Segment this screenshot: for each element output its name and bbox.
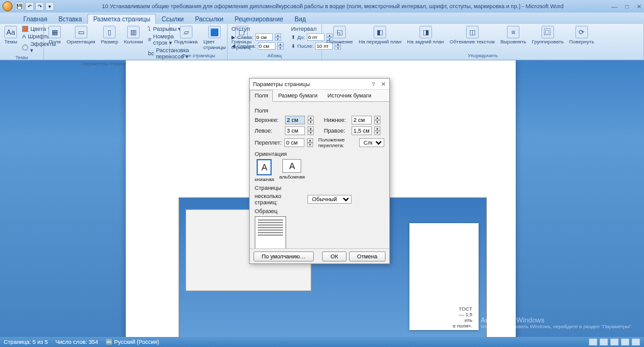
view-print-layout[interactable]	[589, 338, 597, 346]
landscape-icon: A	[282, 159, 301, 173]
dialog-body: Поля Верхнее: ▲▼ Нижнее: ▲▼ Левое: ▲▼ Пр…	[250, 102, 389, 268]
position-icon: ◱	[333, 26, 346, 38]
spacing-after-icon: ⬇	[291, 43, 296, 49]
status-page[interactable]: Страница: 5 из 5	[4, 339, 48, 345]
view-web[interactable]	[610, 338, 619, 346]
pages-section-label: Страницы	[255, 185, 384, 191]
watermark-button[interactable]: ▱Подложка	[172, 25, 199, 45]
page-setup-dialog: Параметры страницы ?✕ Поля Размер бумаги…	[249, 78, 390, 264]
margin-bottom-spinner[interactable]: ▲▼	[374, 116, 380, 124]
align-icon: ≡	[507, 26, 519, 38]
bring-front-button[interactable]: ◧На передний план	[357, 25, 403, 45]
tab-references[interactable]: Ссылки	[156, 14, 189, 24]
margin-top-row: Верхнее: ▲▼ Нижнее: ▲▼	[255, 116, 384, 124]
close-icon[interactable]: ✕	[636, 3, 641, 10]
text-wrap-icon: ◫	[466, 26, 479, 38]
dialog-tabs: Поля Размер бумаги Источник бумаги	[250, 90, 389, 102]
window-controls: — □ ✕	[611, 3, 641, 10]
gutter-pos-select[interactable]: Слева	[359, 138, 384, 147]
group-button[interactable]: ⿴Группировать	[530, 25, 566, 45]
indent-left-spinner[interactable]: ▲▼	[275, 33, 281, 41]
margin-bottom-input[interactable]	[352, 116, 372, 124]
tab-insert[interactable]: Вставка	[53, 14, 87, 24]
cancel-button[interactable]: Отмена	[349, 251, 386, 262]
portrait-icon: A	[257, 159, 272, 175]
orientation-button[interactable]: ▭Ориентация	[65, 25, 97, 45]
dialog-tab-source[interactable]: Источник бумаги	[323, 90, 377, 101]
ribbon: AaТемы Цвета ▾ AШрифты ▾ ◯Эффекты ▾ Темы…	[0, 24, 644, 60]
preview-section-label: Образец	[255, 208, 384, 214]
tab-review[interactable]: Рецензирование	[229, 14, 289, 24]
status-words[interactable]: Число слов: 354	[55, 339, 98, 345]
margin-top-spinner[interactable]: ▲▼	[308, 116, 314, 124]
margin-top-input[interactable]	[285, 116, 305, 124]
size-button[interactable]: ▯Размер	[99, 25, 120, 45]
margin-left-spinner[interactable]: ▲▼	[308, 126, 314, 135]
dialog-title: Параметры страницы	[253, 81, 310, 87]
dialog-tab-margins[interactable]: Поля	[250, 90, 273, 102]
office-button[interactable]	[3, 1, 13, 11]
view-draft[interactable]	[631, 338, 640, 346]
group-page-setup: ▦Поля ▭Ориентация ▯Размер ▥Колонки ⤵Разр…	[44, 24, 170, 60]
tab-mailings[interactable]: Рассылки	[189, 14, 229, 24]
redo-icon[interactable]: ↷	[35, 2, 44, 11]
group-page-background: ▱Подложка 🟦Цвет страницы ▢Границы страни…	[170, 24, 228, 60]
margin-right-spinner[interactable]: ▲▼	[374, 126, 380, 135]
text-wrap-button[interactable]: ◫Обтекание текстом	[448, 25, 497, 45]
activation-title: Активация Windows	[480, 316, 633, 324]
tab-view[interactable]: Вид	[289, 14, 311, 24]
gutter-spinner[interactable]: ▲▼	[307, 138, 313, 147]
status-lang[interactable]: 🔤 Русский (Россия)	[106, 339, 159, 345]
ribbon-tabs: Главная Вставка Разметка страницы Ссылки…	[0, 13, 644, 24]
dialog-tab-paper[interactable]: Размер бумаги	[273, 90, 322, 101]
dialog-close-icon[interactable]: ✕	[381, 81, 386, 87]
minimize-icon[interactable]: —	[611, 3, 618, 10]
group-icon: ⿴	[541, 26, 554, 38]
rotate-icon: ⟳	[575, 26, 588, 38]
statusbar: Страница: 5 из 5 Число слов: 354 🔤 Русск…	[0, 337, 644, 347]
margins-icon: ▦	[48, 26, 61, 38]
margin-left-row: Левое: ▲▼ Правое: ▲▼	[255, 126, 384, 135]
indent-left-input[interactable]	[255, 33, 273, 41]
indent-label: Отступ	[230, 25, 285, 33]
dialog-help-icon[interactable]: ?	[372, 81, 375, 87]
gutter-row: Переплет: ▲▼ Положение переплета: Слева	[255, 137, 384, 148]
view-controls	[589, 338, 640, 346]
orientation-landscape[interactable]: Aальбомная	[279, 159, 305, 182]
indent-right-spinner[interactable]: ▲▼	[277, 42, 284, 50]
orientation-selector: Aкнижная Aальбомная	[255, 159, 384, 182]
inner-visible-text: ГОСТ — 1,5 ить е поля».	[453, 306, 472, 329]
activation-subtitle: Чтобы активировать Windows, перейдите в …	[480, 324, 633, 329]
themes-button[interactable]: AaТемы	[3, 25, 19, 45]
send-back-button[interactable]: ◨На задний план	[405, 25, 446, 45]
indent-right-row: ◀Справа:▲▼	[230, 41, 285, 50]
indent-right-input[interactable]	[258, 42, 275, 50]
rotate-button[interactable]: ⟳Повернуть	[567, 25, 596, 45]
gutter-input[interactable]	[284, 138, 304, 147]
titlebar: 💾 ↶ ↷ ▾ 10 Устанавливаем общие требовани…	[0, 0, 644, 13]
multi-pages-select[interactable]: Обычный	[308, 195, 352, 204]
orientation-portrait[interactable]: Aкнижная	[255, 159, 274, 182]
margin-right-input[interactable]	[352, 126, 372, 135]
margin-left-input[interactable]	[285, 126, 305, 135]
view-fullscreen[interactable]	[599, 338, 608, 346]
margins-section-label: Поля	[255, 107, 384, 114]
orientation-section-label: Ориентация	[255, 151, 384, 157]
columns-button[interactable]: ▥Колонки	[122, 25, 145, 45]
save-icon[interactable]: 💾	[15, 2, 24, 11]
dialog-footer: По умолчанию… ОК Отмена	[250, 248, 389, 263]
tab-page-layout[interactable]: Разметка страницы	[87, 14, 156, 24]
position-button[interactable]: ◱Положение	[325, 25, 355, 45]
undo-icon[interactable]: ↶	[25, 2, 34, 11]
align-button[interactable]: ≡Выровнять	[499, 25, 528, 45]
tab-home[interactable]: Главная	[18, 14, 53, 24]
page-color-button[interactable]: 🟦Цвет страницы	[201, 25, 228, 51]
view-outline[interactable]	[621, 338, 630, 346]
bring-front-icon: ◧	[374, 26, 386, 38]
default-button[interactable]: По умолчанию…	[253, 251, 314, 262]
size-icon: ▯	[103, 26, 116, 38]
ok-button[interactable]: ОК	[322, 251, 346, 262]
margins-button[interactable]: ▦Поля	[47, 25, 63, 45]
qat-more-icon[interactable]: ▾	[45, 2, 54, 11]
maximize-icon[interactable]: □	[625, 3, 629, 10]
